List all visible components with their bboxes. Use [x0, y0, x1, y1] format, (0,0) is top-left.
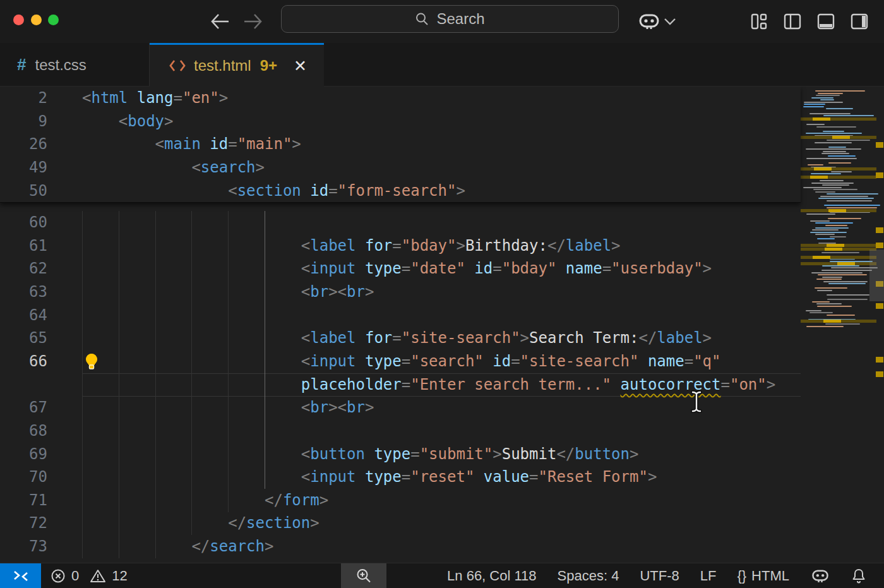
minimap-code-line	[817, 306, 852, 307]
code-line-71[interactable]: 71 </form>	[0, 489, 801, 512]
indent-guide	[82, 211, 83, 234]
minimap-code-line	[828, 147, 846, 148]
vscode-window: Search	[0, 0, 884, 588]
minimap-code-line	[815, 222, 853, 224]
code-line-62[interactable]: 62 <input type="date" id="bday" name="us…	[0, 257, 801, 280]
line-number-gutter[interactable]: 60	[0, 211, 47, 234]
line-number-gutter[interactable]: 62	[0, 257, 47, 280]
line-number-gutter[interactable]: 73	[0, 535, 47, 558]
minimap-code-line	[815, 191, 835, 193]
sticky-line-26[interactable]: 26 <main id="main">	[0, 133, 801, 156]
code-line-64[interactable]: 64	[0, 304, 801, 327]
minimap-code-line	[823, 151, 846, 152]
minimap-code-line	[804, 102, 843, 103]
code-line-65[interactable]: 65 <label for="site-search">Search Term:…	[0, 327, 801, 350]
sticky-line-number: 9	[0, 110, 47, 133]
customize-layout-button[interactable]	[746, 9, 772, 34]
eol-setting[interactable]: LF	[700, 568, 717, 584]
customize-layout-icon	[750, 12, 768, 31]
minimap-code-line	[825, 323, 860, 325]
code-line-72[interactable]: 72 </section>	[0, 512, 801, 535]
active-indent-guide	[265, 211, 265, 234]
minimap-code-line	[821, 270, 872, 271]
remote-indicator[interactable]	[0, 563, 41, 588]
minimap-code-line	[806, 158, 857, 159]
code-line-67[interactable]: 67 <br><br>	[0, 396, 801, 419]
sticky-scroll[interactable]: 2<html lang="en">9 <body>26 <main id="ma…	[0, 87, 801, 203]
sticky-line-number: 50	[0, 179, 47, 203]
cursor-position[interactable]: Ln 66, Col 118	[447, 568, 536, 584]
toggle-panel-button[interactable]	[813, 9, 839, 34]
code-line-66[interactable]: 66 <input type="search" id="site-search"…	[0, 350, 801, 373]
back-button[interactable]	[207, 9, 232, 34]
minimap-code-line	[818, 274, 867, 275]
minimap-code-line	[821, 153, 849, 154]
minimap-code-line	[827, 207, 877, 208]
warning-icon	[90, 568, 106, 584]
copilot-button[interactable]	[635, 9, 664, 34]
indent-guide	[119, 211, 119, 234]
minimap-warning-bar	[801, 256, 876, 259]
line-number-gutter[interactable]: 64	[0, 304, 47, 327]
tab-label: test.html	[194, 57, 251, 75]
bell-icon	[851, 568, 866, 584]
zoom-indicator-button[interactable]	[341, 563, 386, 588]
minimize-window-button[interactable]	[31, 15, 42, 25]
line-number-gutter[interactable]: 61	[0, 234, 47, 258]
tab-test-html[interactable]: test.html 9+ ✕	[150, 43, 324, 87]
status-bar: 0 12 Ln 66, Col 118 Spaces: 4 UTF-8 LF {…	[0, 563, 884, 588]
minimap-code-line	[808, 164, 823, 165]
language-mode[interactable]: {} HTML	[737, 568, 789, 584]
code-line-61[interactable]: 61 <label for="bday">Birthday:</label>	[0, 234, 801, 258]
minimap-code-line	[822, 277, 842, 278]
code-line-68[interactable]: 68	[0, 419, 801, 443]
minimap-code-line	[816, 279, 842, 280]
indent-guide	[82, 304, 83, 327]
tab-test-css[interactable]: # test.css	[0, 43, 150, 87]
line-number-gutter[interactable]: 71	[0, 489, 47, 512]
indent-guide	[191, 211, 192, 234]
line-number-gutter[interactable]: 69	[0, 443, 47, 466]
code-line-wrap[interactable]: placeholder="Enter search term..." autoc…	[0, 373, 801, 397]
line-number-gutter[interactable]	[0, 373, 47, 397]
code-line-73[interactable]: 73 </search>	[0, 535, 801, 558]
title-bar: Search	[0, 0, 884, 43]
toggle-primary-sidebar-button[interactable]	[780, 9, 805, 34]
sticky-line-9[interactable]: 9 <body>	[0, 110, 801, 133]
zoom-window-button[interactable]	[48, 15, 59, 25]
mouse-ibeam-cursor	[690, 390, 703, 413]
copilot-status-button[interactable]	[810, 567, 830, 585]
line-number-gutter[interactable]: 66	[0, 350, 47, 373]
encoding-setting[interactable]: UTF-8	[640, 568, 679, 584]
command-center-search[interactable]: Search	[281, 5, 619, 33]
active-indent-guide	[265, 304, 265, 327]
line-number-gutter[interactable]: 72	[0, 512, 47, 535]
sticky-line-49[interactable]: 49 <search>	[0, 156, 801, 179]
line-number-gutter[interactable]: 68	[0, 419, 47, 443]
minimap-code-line	[815, 90, 865, 92]
minimap[interactable]	[801, 87, 884, 563]
line-number-gutter[interactable]: 67	[0, 396, 47, 419]
code-line-63[interactable]: 63 <br><br>	[0, 280, 801, 304]
problems-status[interactable]: 0 12	[51, 563, 128, 588]
sticky-line-number: 2	[0, 87, 47, 110]
close-tab-icon[interactable]: ✕	[294, 58, 307, 74]
overview-ruler-warning-marker	[876, 142, 883, 148]
indentation-setting[interactable]: Spaces: 4	[558, 568, 619, 584]
sticky-line-2[interactable]: 2<html lang="en">	[0, 87, 801, 110]
editor-pane[interactable]: 6061 <label for="bday">Birthday:</label>…	[0, 87, 884, 563]
code-line-70[interactable]: 70 <input type="reset" value="Reset Form…	[0, 465, 801, 489]
notifications-button[interactable]	[851, 568, 866, 584]
close-window-button[interactable]	[13, 15, 24, 25]
forward-button[interactable]	[241, 9, 266, 34]
code-line-69[interactable]: 69 <button type="submit">Submit</button>	[0, 443, 801, 466]
line-number-gutter[interactable]: 65	[0, 327, 47, 350]
overview-ruler-warning-marker	[876, 227, 883, 233]
code-line-60[interactable]: 60	[0, 211, 801, 234]
scrollbar-slider[interactable]	[869, 249, 884, 301]
line-number-gutter[interactable]: 70	[0, 465, 47, 489]
line-number-gutter[interactable]: 63	[0, 280, 47, 304]
sticky-line-50[interactable]: 50 <section id="form-search">	[0, 179, 801, 203]
copilot-menu-chevron[interactable]	[660, 9, 679, 34]
toggle-secondary-sidebar-button[interactable]	[847, 9, 872, 34]
